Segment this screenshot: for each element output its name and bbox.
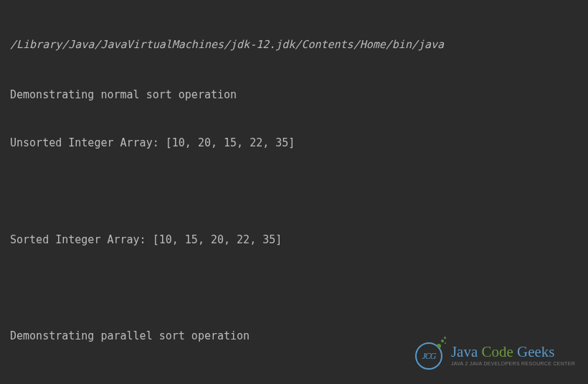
blank-line [10, 280, 578, 296]
output-line: Demonstrating normal sort operation [10, 87, 578, 103]
blank-line [10, 377, 578, 385]
watermark-title-block: Java Code Geeks Java 2 Java Developers R… [451, 345, 575, 366]
jcg-emblem-icon: JCG [415, 339, 447, 371]
watermark-logo: JCG Java Code Geeks Java 2 Java Develope… [415, 339, 575, 371]
java-path-line: /Library/Java/JavaVirtualMachines/jdk-12… [10, 37, 578, 53]
jcg-emblem-text: JCG [422, 350, 435, 362]
console-output: /Library/Java/JavaVirtualMachines/jdk-12… [10, 4, 578, 384]
output-line: Unsorted Integer Array: [10, 20, 15, 22,… [10, 135, 578, 151]
output-line: Sorted Integer Array: [10, 15, 20, 22, 3… [10, 232, 578, 248]
watermark-subtitle: Java 2 Java Developers Resource Center [451, 361, 575, 366]
watermark-title: Java Code Geeks [451, 345, 575, 360]
jcg-dots-icon [435, 337, 448, 350]
blank-line [10, 184, 578, 200]
